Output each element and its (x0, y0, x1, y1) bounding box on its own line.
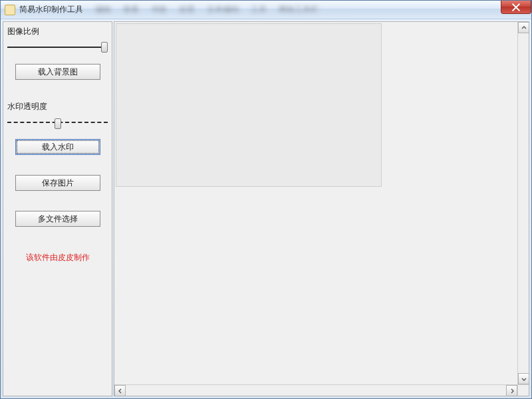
vertical-scrollbar[interactable] (517, 22, 529, 384)
opacity-label: 水印透明度 (7, 101, 108, 112)
scroll-up-button[interactable] (518, 22, 529, 33)
save-image-button[interactable]: 保存图片 (15, 175, 100, 191)
opacity-slider-thumb[interactable] (55, 118, 61, 129)
canvas-placeholder (116, 23, 382, 187)
canvas-panel (114, 21, 529, 396)
chevron-up-icon (521, 25, 527, 31)
opacity-slider[interactable] (7, 116, 108, 128)
window-controls (501, 1, 531, 14)
scroll-right-button[interactable] (506, 385, 517, 396)
credit-text: 该软件由皮皮制作 (7, 252, 108, 263)
scale-slider[interactable] (7, 41, 108, 53)
scroll-left-button[interactable] (114, 385, 126, 396)
app-icon (5, 5, 15, 15)
titlebar: 简易水印制作工具 编辑查看书签设置文本编码工具网络工具栏 (1, 1, 531, 19)
scrollbar-corner (517, 384, 529, 396)
chevron-down-icon (521, 376, 527, 382)
left-panel: 图像比例 载入背景图 水印透明度 载入水印 保存图片 多文件选择 该软件由皮皮制… (3, 21, 112, 396)
close-icon (512, 3, 520, 11)
multi-file-select-button[interactable]: 多文件选择 (15, 211, 100, 227)
scroll-h-track[interactable] (126, 385, 506, 396)
close-button[interactable] (501, 1, 531, 14)
load-background-button[interactable]: 载入背景图 (15, 64, 100, 80)
scale-label: 图像比例 (7, 26, 108, 37)
window-title: 简易水印制作工具 (19, 4, 83, 15)
scale-slider-thumb[interactable] (101, 42, 108, 53)
horizontal-scrollbar[interactable] (114, 384, 517, 396)
app-window: 简易水印制作工具 编辑查看书签设置文本编码工具网络工具栏 图像比例 载入背景图 … (0, 0, 532, 399)
chevron-right-icon (509, 388, 515, 394)
scroll-v-track[interactable] (518, 33, 529, 373)
client-area: 图像比例 载入背景图 水印透明度 载入水印 保存图片 多文件选择 该软件由皮皮制… (1, 19, 531, 398)
canvas-viewport (114, 22, 517, 384)
load-watermark-button[interactable]: 载入水印 (15, 139, 100, 155)
scroll-down-button[interactable] (518, 373, 529, 384)
chevron-left-icon (118, 388, 123, 394)
menu-blurred: 编辑查看书签设置文本编码工具网络工具栏 (95, 4, 531, 15)
